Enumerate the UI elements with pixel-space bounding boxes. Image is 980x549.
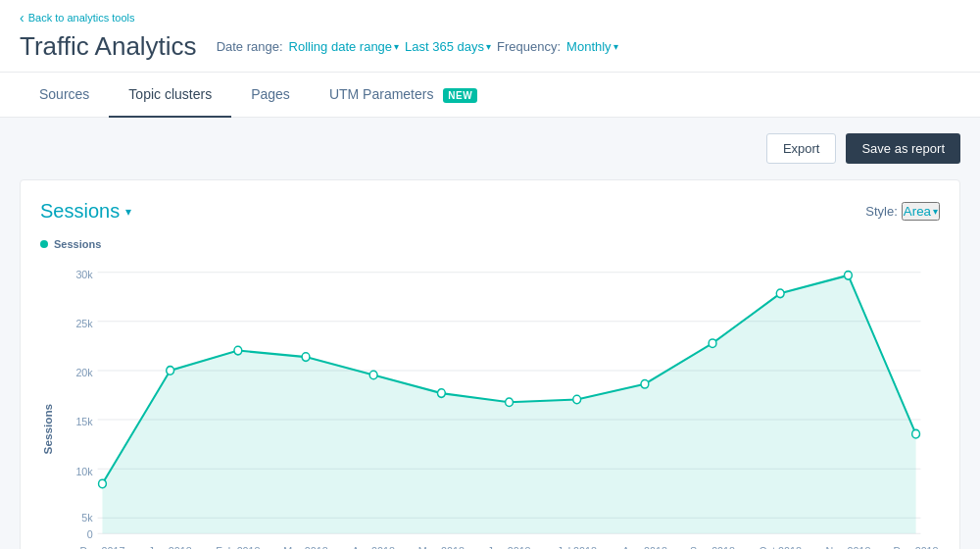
y-axis-title: Sessions: [42, 404, 53, 454]
x-label-5: May 2018: [418, 544, 465, 549]
x-label-11: Nov 2018: [825, 544, 870, 549]
date-range-select[interactable]: Rolling date range: [289, 39, 400, 54]
tab-pages[interactable]: Pages: [231, 73, 310, 118]
y-label-20k: 20k: [75, 367, 93, 379]
chart-title[interactable]: Sessions ▾: [40, 200, 131, 223]
legend-dot: [40, 240, 48, 248]
frequency-select[interactable]: Monthly: [566, 39, 618, 54]
chart-point-4: [369, 371, 377, 379]
chart-point-3: [302, 353, 310, 362]
x-label-2: Feb 2018: [216, 544, 260, 549]
chart-legend: Sessions: [40, 238, 940, 250]
x-label-6: Jun 2018: [487, 544, 530, 549]
x-label-10: Oct 2018: [759, 544, 802, 549]
frequency-label: Frequency:: [497, 39, 561, 54]
utm-badge: NEW: [443, 88, 477, 103]
tab-utm-parameters[interactable]: UTM Parameters NEW: [310, 73, 497, 118]
nav-tabs: Sources Topic clusters Pages UTM Paramet…: [0, 73, 980, 118]
chart-style-select[interactable]: Area: [902, 202, 940, 221]
tab-topic-clusters[interactable]: Topic clusters: [109, 73, 231, 118]
legend-label: Sessions: [54, 238, 101, 250]
action-bar: Export Save as report: [20, 133, 960, 164]
content-area: Export Save as report Sessions ▾ Style: …: [0, 118, 980, 549]
chart-title-arrow: ▾: [125, 205, 131, 219]
chart-point-7: [573, 395, 581, 404]
x-label-9: Sep 2018: [690, 544, 735, 549]
page-title: Traffic Analytics: [20, 31, 197, 62]
save-report-button[interactable]: Save as report: [846, 133, 960, 164]
y-label-5k: 5k: [81, 511, 93, 524]
back-link[interactable]: Back to analytics tools: [20, 0, 960, 25]
chart-point-2: [234, 346, 242, 355]
y-label-10k: 10k: [75, 465, 93, 477]
filter-group: Date range: Rolling date range Last 365 …: [217, 39, 618, 54]
x-label-1: Jan 2018: [149, 544, 192, 549]
x-label-4: Apr 2018: [352, 544, 395, 549]
sessions-chart: 0 5k 10k 15k 20k 25k 30k Sessions: [40, 262, 940, 549]
y-label-30k: 30k: [75, 269, 93, 281]
chart-point-10: [776, 289, 784, 298]
date-range-label: Date range:: [217, 39, 283, 54]
x-label-7: Jul 2018: [557, 544, 597, 549]
chart-point-0: [99, 479, 107, 488]
y-label-15k: 15k: [75, 416, 93, 428]
chart-point-9: [709, 339, 716, 348]
x-label-12: Dec 2018: [894, 544, 939, 549]
tab-sources[interactable]: Sources: [20, 73, 109, 118]
x-label-0: Dec 2017: [80, 544, 125, 549]
y-label-25k: 25k: [75, 318, 93, 330]
chart-point-6: [506, 398, 514, 407]
chart-point-8: [641, 380, 649, 389]
chart-container: Sessions ▾ Style: Area Sessions: [20, 179, 960, 549]
chart-point-1: [167, 367, 174, 375]
export-button[interactable]: Export: [766, 133, 837, 164]
chart-style: Style: Area: [865, 202, 940, 221]
chart-point-12: [912, 429, 920, 438]
x-label-3: Mar 2018: [283, 544, 327, 549]
chart-point-5: [437, 389, 445, 398]
x-label-8: Aug 2018: [622, 544, 667, 549]
chart-header: Sessions ▾ Style: Area: [40, 200, 940, 223]
period-select[interactable]: Last 365 days: [405, 39, 491, 54]
chart-point-11: [845, 272, 853, 280]
chart-wrap: 0 5k 10k 15k 20k 25k 30k Sessions: [40, 262, 940, 549]
y-label-0: 0: [87, 527, 93, 540]
